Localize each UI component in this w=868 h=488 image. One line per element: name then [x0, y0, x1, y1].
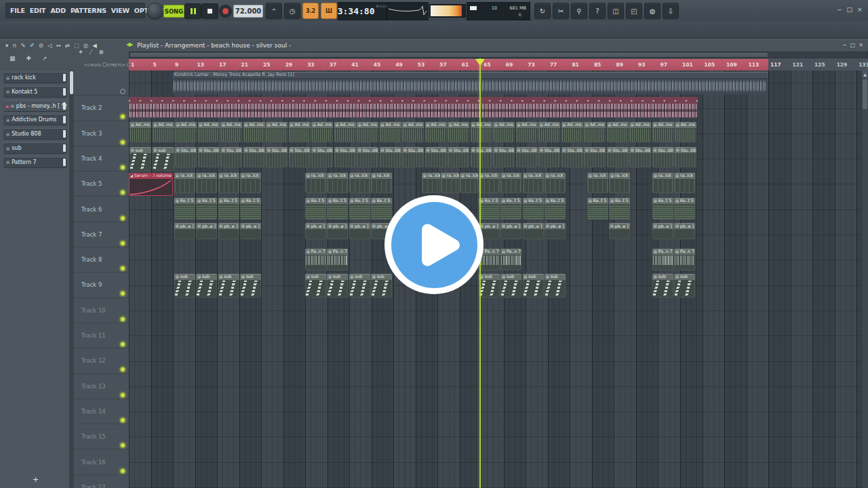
clip-kick[interactable]: ▤ra..ick — [327, 173, 348, 193]
track-header[interactable]: Track 6 — [75, 197, 129, 222]
menu-file[interactable]: FILE — [10, 7, 25, 14]
slide-icon[interactable]: ↗ — [42, 55, 47, 62]
clip-kick[interactable]: ▤ra..ick — [479, 173, 500, 193]
clip-empty[interactable]: ▤pb..e ] — [652, 223, 673, 239]
clip-keys[interactable]: ▤Ko..t 5 — [327, 198, 348, 220]
clip-drums[interactable]: ▤Ad..ms — [448, 122, 469, 142]
track-mute-led[interactable] — [120, 317, 125, 322]
clip-lines[interactable]: ▤Stu..08 — [471, 147, 492, 167]
clip-lines[interactable]: ▤Stu..08 — [584, 147, 606, 167]
vscroll-thumb[interactable] — [863, 79, 867, 109]
menu-arrow-icon[interactable]: ▾ — [5, 41, 8, 49]
crossfade-icon[interactable]: ✚ — [26, 55, 32, 62]
clip-subnotes[interactable]: ▤sub — [153, 147, 174, 171]
clip-lines[interactable]: ▤Stu..08 — [289, 147, 311, 167]
clip-keys[interactable]: ▤Ko..t 5 — [240, 198, 261, 220]
delete-tool-icon[interactable]: ⊘ — [39, 41, 43, 49]
clip-keys[interactable]: ▤Ko..t 5 — [174, 198, 195, 220]
clip-empty[interactable]: ▤pb..e ] — [305, 223, 326, 239]
minimize-button[interactable]: − — [837, 6, 842, 13]
clip-kick[interactable]: ▤ra..ick — [609, 173, 630, 193]
pattern-item[interactable]: ▤Studio 808 — [3, 128, 67, 140]
clip-kick[interactable]: ▤ra..ick — [218, 173, 239, 193]
clip-kick[interactable]: ▤ra..ick — [441, 173, 459, 193]
clip-subnotes[interactable]: ▤sub — [652, 274, 673, 298]
clip-keys[interactable]: ▤Ko..t 5 — [500, 198, 521, 220]
clip-drums[interactable]: ▤Ad..ms — [380, 122, 401, 142]
metronome-icon[interactable]: ◷ — [284, 3, 300, 19]
cut-icon[interactable]: ✂ — [553, 3, 569, 19]
track-mute-led[interactable] — [120, 190, 125, 195]
pattern-scrollbar[interactable] — [69, 70, 74, 488]
clip-lines[interactable]: ▤Stu..08 — [402, 147, 424, 167]
close-button[interactable]: × — [857, 6, 863, 13]
clip-kick[interactable]: ▤ra..ick — [349, 173, 370, 193]
video-play-button[interactable] — [384, 195, 484, 294]
clip-keys[interactable]: ▤Ko..t 5 — [587, 198, 608, 220]
clip-lines[interactable]: ▤Stu..08 — [652, 147, 674, 167]
pattern-scroll-thumb[interactable] — [70, 71, 73, 94]
track-header[interactable]: Track 11 — [75, 323, 129, 348]
track-header[interactable]: Track 7 — [75, 222, 129, 247]
clip-pink[interactable] — [129, 97, 698, 118]
pl-close-button[interactable]: × — [859, 42, 863, 48]
clip-dense[interactable]: ▤Pa..n 7 — [500, 249, 521, 270]
paint-tool-icon[interactable]: ✐ — [30, 41, 35, 49]
clip-lines[interactable]: ▤Stu..08 — [198, 147, 220, 167]
track-mute-led[interactable] — [120, 266, 125, 271]
track-header[interactable]: Track 14 — [75, 399, 129, 424]
clip-kick[interactable]: ▤ra..ick — [196, 173, 217, 193]
clip-kick[interactable]: ▤ra..ick — [371, 173, 392, 193]
track-mute-led[interactable] — [120, 468, 125, 474]
clip-kick[interactable]: ▤ra..ick — [500, 173, 521, 193]
clip-kick[interactable]: ▤ra..ick — [240, 173, 261, 193]
clip-empty[interactable]: ▤pb..e ] — [349, 223, 370, 239]
clip-keys[interactable]: ▤Ko..t 5 — [545, 198, 566, 220]
pattern-item[interactable]: ▤rack kick — [3, 72, 67, 83]
clip-drums[interactable]: ▤Ad..ms — [584, 122, 606, 142]
clip-drums[interactable]: ▤Ad..ms — [289, 122, 311, 142]
track-mute-led[interactable] — [120, 418, 125, 423]
clip-drums[interactable]: ▤Ad..ms — [425, 122, 447, 142]
pattern-item[interactable]: ▤Addictive Drums — [3, 114, 67, 125]
clip-drums[interactable]: ▤Ad..ms — [220, 122, 242, 142]
slice-tool-icon[interactable]: ⇄ — [65, 41, 70, 49]
clip-empty[interactable]: ▤pb..e ] — [545, 223, 566, 239]
clip-subnotes[interactable]: ▤sub — [174, 274, 195, 298]
clip-drums[interactable]: ▤Ad..ms — [153, 122, 174, 142]
clip-keys[interactable]: ▤Ko..t 5 — [371, 198, 392, 220]
clip-kick[interactable]: ▤ra..ick — [422, 173, 440, 193]
clip-lines[interactable]: ▤Stu..08 — [334, 147, 356, 167]
clip-lines[interactable]: ▤Stu..08 — [493, 147, 515, 167]
track-target-icon[interactable] — [120, 89, 125, 94]
clip-empty[interactable]: ▤pb..e ] — [174, 223, 195, 239]
clip-subnotes[interactable]: ▤sub — [523, 274, 544, 298]
clip-kick[interactable]: ▤ra..ick — [545, 173, 566, 193]
share-icon[interactable]: ⇩ — [663, 3, 679, 19]
slip-tool-icon[interactable]: ↔ — [56, 41, 60, 49]
clip-lines[interactable]: ▤Stu..08 — [561, 147, 583, 167]
clip-kick[interactable]: ▤ra..ick — [174, 173, 195, 193]
clip-lines[interactable]: ▤Stu..08 — [220, 147, 242, 167]
main-volume-knob[interactable] — [146, 3, 163, 20]
clip-subnotes[interactable]: ▤sub — [327, 274, 348, 298]
track-header[interactable]: Track 10 — [75, 298, 129, 323]
clip-lines[interactable]: ▤Stu..08 — [629, 147, 651, 167]
clip-empty[interactable]: ▤pb..e ] — [674, 223, 695, 239]
clip-drums[interactable]: ▤Ad..ms — [198, 122, 220, 142]
maximize-button[interactable]: □ — [847, 6, 853, 13]
track-mute-led[interactable] — [120, 165, 125, 170]
track-header[interactable]: Track 12 — [75, 348, 129, 373]
pattern-item[interactable]: ▤sub — [3, 142, 67, 154]
clip-empty[interactable]: ▤pb..e ] — [327, 223, 348, 239]
mute-tool-icon[interactable]: ◁ — [47, 41, 52, 49]
track-mute-led[interactable] — [120, 114, 125, 119]
song-mode-button[interactable]: SONG — [163, 5, 184, 18]
clip-drums[interactable]: ▤Ad..ms — [493, 122, 515, 142]
chat-icon[interactable]: ◍ — [644, 3, 660, 19]
track-mute-led[interactable] — [120, 342, 125, 347]
clip-dense[interactable]: ▤Pa..n 7 — [327, 249, 348, 270]
clip-drums[interactable]: ▤Ad..ms — [607, 122, 629, 142]
magnet-snap-icon[interactable]: ∩ — [12, 41, 16, 49]
clip-drums[interactable]: ▤Ad..ms — [652, 122, 674, 142]
